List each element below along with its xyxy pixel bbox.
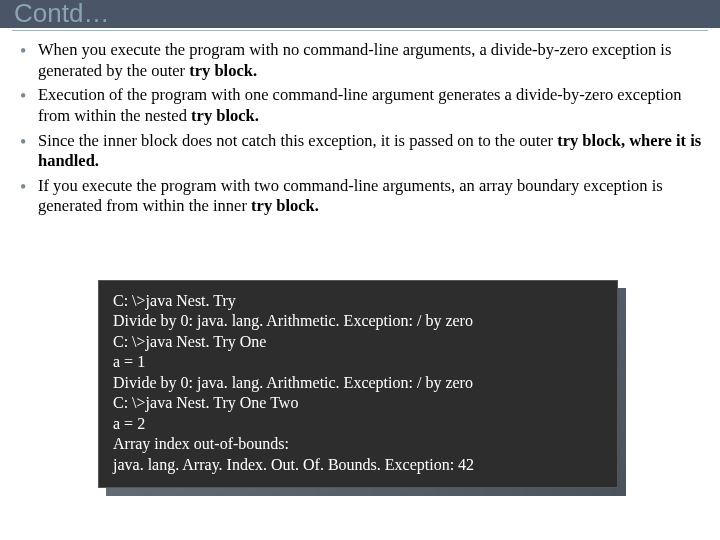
bullet-text: Execution of the program with one comman… <box>38 85 681 125</box>
bullet-text: Since the inner block does not catch thi… <box>38 131 557 150</box>
title-divider <box>12 30 708 32</box>
list-item: Execution of the program with one comman… <box>20 85 704 126</box>
bullet-list: When you execute the program with no com… <box>20 40 704 217</box>
bullet-bold: try block. <box>189 61 257 80</box>
list-item: When you execute the program with no com… <box>20 40 704 81</box>
list-item: Since the inner block does not catch thi… <box>20 131 704 172</box>
console-output: C: \>java Nest. Try Divide by 0: java. l… <box>98 280 618 488</box>
list-item: If you execute the program with two comm… <box>20 176 704 217</box>
slide: Contd… When you execute the program with… <box>0 0 720 540</box>
console-line: Divide by 0: java. lang. Arithmetic. Exc… <box>113 311 603 331</box>
slide-title: Contd… <box>14 0 109 29</box>
console-line: Array index out-of-bounds: <box>113 434 603 454</box>
bullet-text: When you execute the program with no com… <box>38 40 671 80</box>
body-text: When you execute the program with no com… <box>20 40 704 221</box>
console-output-block: C: \>java Nest. Try Divide by 0: java. l… <box>98 280 618 488</box>
bullet-text: If you execute the program with two comm… <box>38 176 663 216</box>
bullet-bold: try block. <box>191 106 259 125</box>
console-line: a = 1 <box>113 352 603 372</box>
console-line: C: \>java Nest. Try One <box>113 332 603 352</box>
console-line: java. lang. Array. Index. Out. Of. Bound… <box>113 455 603 475</box>
console-line: a = 2 <box>113 414 603 434</box>
console-line: C: \>java Nest. Try <box>113 291 603 311</box>
bullet-bold: try block. <box>251 196 319 215</box>
console-line: Divide by 0: java. lang. Arithmetic. Exc… <box>113 373 603 393</box>
console-line: C: \>java Nest. Try One Two <box>113 393 603 413</box>
